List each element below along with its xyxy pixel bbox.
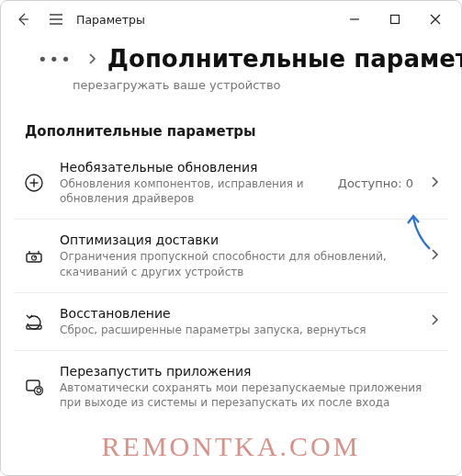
close-button[interactable]	[415, 5, 456, 34]
breadcrumb-chevron-icon	[87, 52, 96, 65]
item-desc: Сброс, расширенные параметры запуска, ве…	[60, 323, 417, 337]
hamburger-button[interactable]	[39, 3, 73, 36]
hamburger-icon	[49, 13, 63, 26]
restart-apps-icon	[21, 374, 47, 400]
item-title: Необязательные обновления	[60, 160, 325, 175]
watermark: REMONTKA.COM	[1, 431, 461, 462]
minimize-icon	[349, 14, 360, 25]
item-body: Перезапустить приложения Автоматически с…	[60, 364, 439, 410]
items-list: Необязательные обновления Обновления ком…	[1, 147, 461, 423]
item-title: Перезапустить приложения	[60, 364, 439, 379]
item-delivery-optimization[interactable]: Оптимизация доставки Ограничения пропуск…	[14, 220, 448, 292]
window-controls	[334, 5, 456, 34]
settings-window: Параметры •••	[0, 0, 462, 476]
item-body: Необязательные обновления Обновления ком…	[60, 160, 325, 206]
item-restart-apps[interactable]: Перезапустить приложения Автоматически с…	[14, 351, 448, 423]
section-heading: Дополнительные параметры	[1, 92, 461, 147]
item-desc: Ограничения пропускной способности для о…	[60, 249, 417, 278]
item-desc: Обновления компонентов, исправления и об…	[60, 176, 325, 206]
maximize-button[interactable]	[375, 5, 415, 34]
svg-line-14	[34, 255, 36, 257]
item-optional-updates[interactable]: Необязательные обновления Обновления ком…	[14, 147, 448, 220]
item-body: Оптимизация доставки Ограничения пропуск…	[60, 232, 417, 278]
page-subtitle: перезагружать ваше устройство	[1, 73, 461, 92]
page-title: Дополнительные параметры	[107, 45, 462, 73]
chevron-right-icon	[430, 175, 439, 192]
item-desc: Автоматически сохранять мои перезапускае…	[60, 380, 439, 410]
maximize-icon	[389, 14, 400, 25]
header-row: ••• Дополнительные параметры	[1, 38, 461, 73]
item-recovery[interactable]: Восстановление Сброс, расширенные параме…	[14, 293, 448, 351]
recovery-icon	[21, 309, 47, 334]
chevron-right-icon	[430, 312, 439, 330]
back-arrow-icon	[16, 12, 30, 27]
titlebar: Параметры	[1, 1, 461, 38]
chevron-right-icon	[430, 247, 439, 265]
breadcrumb-more-icon[interactable]: •••	[34, 46, 76, 73]
close-icon	[430, 14, 441, 25]
speedometer-icon	[21, 244, 47, 269]
item-body: Восстановление Сброс, расширенные параме…	[60, 306, 417, 337]
back-button[interactable]	[6, 3, 39, 36]
item-title: Оптимизация доставки	[60, 232, 417, 247]
item-title: Восстановление	[60, 306, 417, 321]
plus-circle-icon	[21, 170, 47, 196]
minimize-button[interactable]	[334, 5, 375, 34]
svg-rect-4	[391, 16, 400, 24]
item-status: Доступно: 0	[338, 176, 413, 190]
app-title: Параметры	[76, 13, 145, 27]
